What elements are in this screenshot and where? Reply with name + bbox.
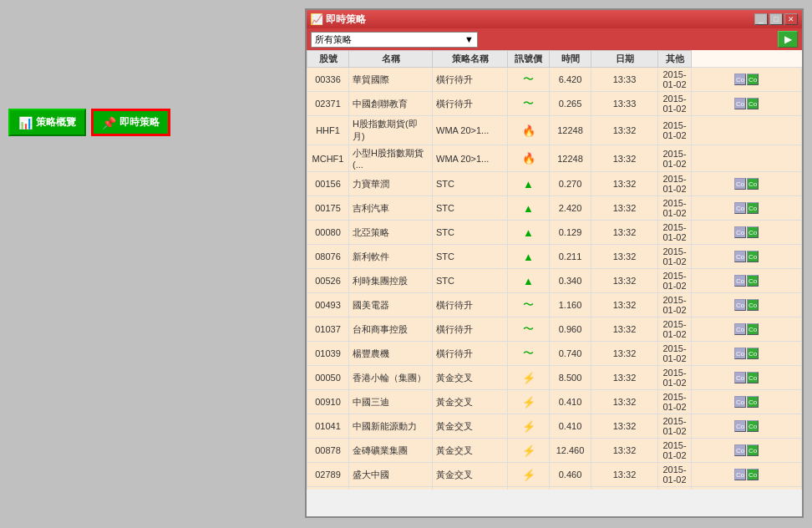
table-row[interactable]: 00526 利時集團控股 STC ▲ 0.340 13:32 2015-01-0… [307,269,802,293]
cell-code: 00175 [307,196,349,221]
action-btn-0[interactable]: Co [734,469,746,480]
table-row[interactable]: 01039 楊豐農機 橫行待升 〜 0.740 13:32 2015-01-02… [307,342,802,366]
cell-name: 中國新能源動力 [349,414,433,439]
action-btn-1[interactable]: Co [747,98,759,109]
minimize-button[interactable]: _ [754,13,768,25]
table-row[interactable]: 01041 中國新能源動力 黃金交叉 ⚡ 0.410 13:32 2015-01… [307,414,802,439]
action-btn-0[interactable]: Co [734,348,746,359]
cell-strategy: STC [433,269,508,293]
maximize-button[interactable]: □ [769,13,783,25]
table-row[interactable]: 00910 中國三迪 黃金交叉 ⚡ 0.410 13:32 2015-01-02… [307,390,802,414]
cell-name: 小型H股指數期貨(... [349,145,433,172]
cell-signal: 〜 [508,342,550,366]
action-btn-1[interactable]: Co [747,74,759,85]
strategy-overview-button[interactable]: 📊 策略概覽 [8,109,86,136]
action-btn-1[interactable]: Co [747,420,759,432]
table-row[interactable]: 00050 香港小輪（集團） 黃金交叉 ⚡ 8.500 13:32 2015-0… [307,366,802,390]
cell-code: 00878 [307,439,349,463]
action-btn-1[interactable]: Co [747,348,759,359]
cell-actions[interactable]: CoCo [692,68,802,92]
action-btn-1[interactable]: Co [747,396,759,408]
cell-actions[interactable]: CoCo [692,92,802,116]
cell-time: 13:32 [591,145,658,172]
cell-actions[interactable]: CoCo [692,366,802,390]
cell-strategy: 黃金交叉 [433,463,508,487]
cell-actions[interactable]: CoCo [692,487,802,490]
table-row[interactable]: 00080 北亞策略 STC ▲ 0.129 13:32 2015-01-02 … [307,221,802,245]
action-btn-0[interactable]: Co [734,74,746,85]
action-btn-0[interactable]: Co [734,275,746,287]
cell-date: 2015-01-02 [658,221,692,245]
play-button[interactable]: ▶ [778,31,798,48]
action-btn-1[interactable]: Co [747,372,759,383]
up-signal-icon: ▲ [523,251,534,263]
cell-actions[interactable]: CoCo [692,390,802,414]
header-strategy: 策略名稱 [433,51,508,68]
action-btn-1[interactable]: Co [747,275,759,287]
action-btn-0[interactable]: Co [734,251,746,262]
cell-actions[interactable]: CoCo [692,414,802,439]
action-btn-1[interactable]: Co [747,299,759,311]
strategy-dropdown[interactable]: 所有策略 ▼ [311,32,478,48]
action-btn-0[interactable]: Co [734,372,746,383]
table-row[interactable]: 08076 新利軟件 STC ▲ 0.211 13:32 2015-01-02 … [307,245,802,269]
cell-actions[interactable]: CoCo [692,245,802,269]
cell-date: 2015-01-02 [658,92,692,116]
table-row[interactable]: 01037 台和商事控股 橫行待升 〜 0.960 13:32 2015-01-… [307,317,802,342]
action-btn-0[interactable]: Co [734,178,746,190]
table-row[interactable]: 00336 華貿國際 橫行待升 〜 6.420 13:33 2015-01-02… [307,68,802,92]
cell-actions[interactable]: CoCo [692,439,802,463]
cell-actions[interactable]: CoCo [692,269,802,293]
cell-actions[interactable]: CoCo [692,293,802,317]
action-btn-1[interactable]: Co [747,469,759,480]
action-btn-1[interactable]: Co [747,251,759,262]
table-row[interactable]: 00156 力寶華潤 STC ▲ 0.270 13:32 2015-01-02 … [307,172,802,196]
cell-name: H股指數期貨(即月) [349,116,433,145]
cell-code: 01041 [307,414,349,439]
header-time: 時間 [550,51,591,68]
up-signal-icon: ▲ [523,202,534,215]
cell-actions[interactable]: CoCo [692,196,802,221]
cell-date: 2015-01-02 [658,196,692,221]
title-bar-text: 📈 即時策略 [311,13,366,27]
table-row[interactable]: 00254 勝宜聯合資源 STC ▲ 0.200 13:30 2015-01-0… [307,487,802,490]
action-btn-0[interactable]: Co [734,299,746,311]
cell-date: 2015-01-02 [658,342,692,366]
action-btn-0[interactable]: Co [734,202,746,214]
table-row[interactable]: HHF1 H股指數期貨(即月) WMA 20>1... 🔥 12248 13:3… [307,116,802,145]
cell-actions[interactable]: CoCo [692,221,802,245]
action-btn-1[interactable]: Co [747,444,759,456]
table-row[interactable]: 00175 吉利汽車 STC ▲ 2.420 13:32 2015-01-02 … [307,196,802,221]
cell-actions[interactable] [692,145,802,172]
cell-date: 2015-01-02 [658,269,692,293]
realtime-strategy-button[interactable]: 📌 即時策略 [91,109,170,136]
action-btn-1[interactable]: Co [747,226,759,238]
cell-time: 13:32 [591,245,658,269]
cell-time: 13:32 [591,317,658,342]
action-btn-0[interactable]: Co [734,420,746,432]
cell-code: 01037 [307,317,349,342]
cell-actions[interactable]: CoCo [692,342,802,366]
action-btn-0[interactable]: Co [734,98,746,109]
close-button[interactable]: ✕ [784,13,798,25]
table-row[interactable]: 02371 中國創聯教育 橫行待升 〜 0.265 13:33 2015-01-… [307,92,802,116]
action-btn-0[interactable]: Co [734,323,746,335]
table-row[interactable]: 00878 金磚礦業集團 黃金交叉 ⚡ 12.460 13:32 2015-01… [307,439,802,463]
action-btn-1[interactable]: Co [747,202,759,214]
table-row[interactable]: 02789 盛大中國 黃金交叉 ⚡ 0.460 13:32 2015-01-02… [307,463,802,487]
cell-actions[interactable]: CoCo [692,317,802,342]
action-btn-1[interactable]: Co [747,178,759,190]
table-row[interactable]: MCHF1 小型H股指數期貨(... WMA 20>1... 🔥 12248 1… [307,145,802,172]
cell-signal: ▲ [508,245,550,269]
action-btn-0[interactable]: Co [734,396,746,408]
cell-actions[interactable]: CoCo [692,463,802,487]
cell-strategy: 橫行待升 [433,293,508,317]
cell-actions[interactable]: CoCo [692,172,802,196]
data-table-container[interactable]: 股號 名稱 策略名稱 訊號價 時間 日期 其他 00336 華貿國際 橫行待升 … [307,50,802,490]
cell-date: 2015-01-02 [658,390,692,414]
table-row[interactable]: 00493 國美電器 橫行待升 〜 1.160 13:32 2015-01-02… [307,293,802,317]
cell-actions[interactable] [692,116,802,145]
action-btn-1[interactable]: Co [747,323,759,335]
action-btn-0[interactable]: Co [734,444,746,456]
action-btn-0[interactable]: Co [734,226,746,238]
